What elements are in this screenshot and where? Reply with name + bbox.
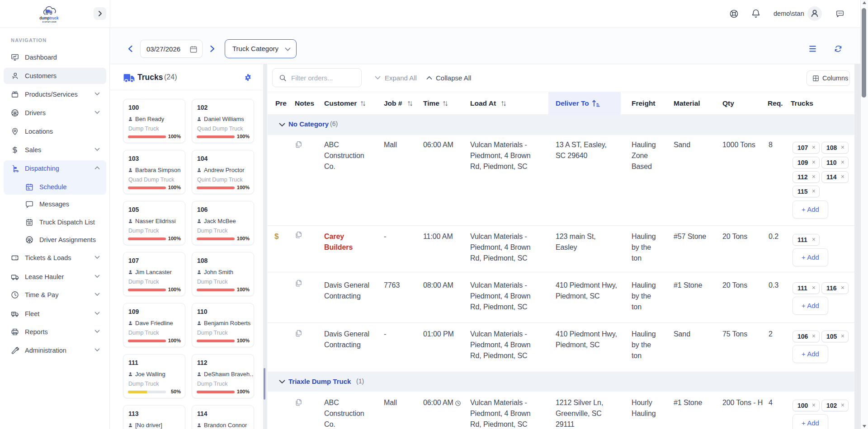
svg-text:truck: truck bbox=[50, 16, 59, 20]
svg-text:dump: dump bbox=[39, 16, 49, 20]
svg-text:DISPATCHER: DISPATCHER bbox=[42, 21, 57, 23]
